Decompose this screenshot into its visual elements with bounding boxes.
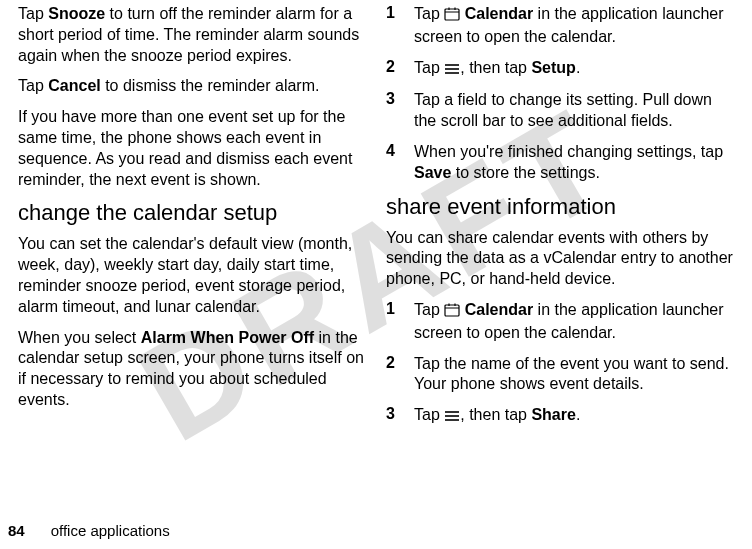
para-multi-event: If you have more than one event set up f… <box>18 107 366 190</box>
share-step-3: 3 Tap , then tap Share. <box>386 405 734 428</box>
para-cancel: Tap Cancel to dismiss the reminder alarm… <box>18 76 366 97</box>
step-number: 3 <box>386 405 414 428</box>
para-default-view: You can set the calendar's default view … <box>18 234 366 317</box>
step-3: 3 Tap a field to change its setting. Pul… <box>386 90 734 132</box>
step-body: Tap Calendar in the application launcher… <box>414 4 734 48</box>
step-body: Tap Calendar in the application launcher… <box>414 300 734 344</box>
menu-icon <box>444 60 460 81</box>
share-step-2: 2 Tap the name of the event you want to … <box>386 354 734 396</box>
step-number: 2 <box>386 354 414 396</box>
share-step-1: 1 Tap Calendar in the application launch… <box>386 300 734 344</box>
heading-share-event: share event information <box>386 194 734 220</box>
heading-change-setup: change the calendar setup <box>18 200 366 226</box>
svg-rect-7 <box>445 305 459 316</box>
right-column: 1 Tap Calendar in the application launch… <box>376 4 744 541</box>
step-number: 2 <box>386 58 414 81</box>
step-number: 3 <box>386 90 414 132</box>
svg-rect-0 <box>445 9 459 20</box>
para-share-intro: You can share calendar events with other… <box>386 228 734 290</box>
step-body: Tap a field to change its setting. Pull … <box>414 90 734 132</box>
step-1: 1 Tap Calendar in the application launch… <box>386 4 734 48</box>
step-number: 1 <box>386 4 414 48</box>
step-number: 1 <box>386 300 414 344</box>
para-snooze: Tap Snooze to turn off the reminder alar… <box>18 4 366 66</box>
page-content: Tap Snooze to turn off the reminder alar… <box>0 0 752 549</box>
step-body: When you're finished changing settings, … <box>414 142 734 184</box>
step-4: 4 When you're finished changing settings… <box>386 142 734 184</box>
calendar-icon <box>444 6 460 27</box>
step-body: Tap the name of the event you want to se… <box>414 354 734 396</box>
step-number: 4 <box>386 142 414 184</box>
left-column: Tap Snooze to turn off the reminder alar… <box>8 4 376 541</box>
para-alarm-poweroff: When you select Alarm When Power Off in … <box>18 328 366 411</box>
calendar-icon <box>444 302 460 323</box>
step-body: Tap , then tap Setup. <box>414 58 734 81</box>
menu-icon <box>444 407 460 428</box>
step-body: Tap , then tap Share. <box>414 405 734 428</box>
step-2: 2 Tap , then tap Setup. <box>386 58 734 81</box>
